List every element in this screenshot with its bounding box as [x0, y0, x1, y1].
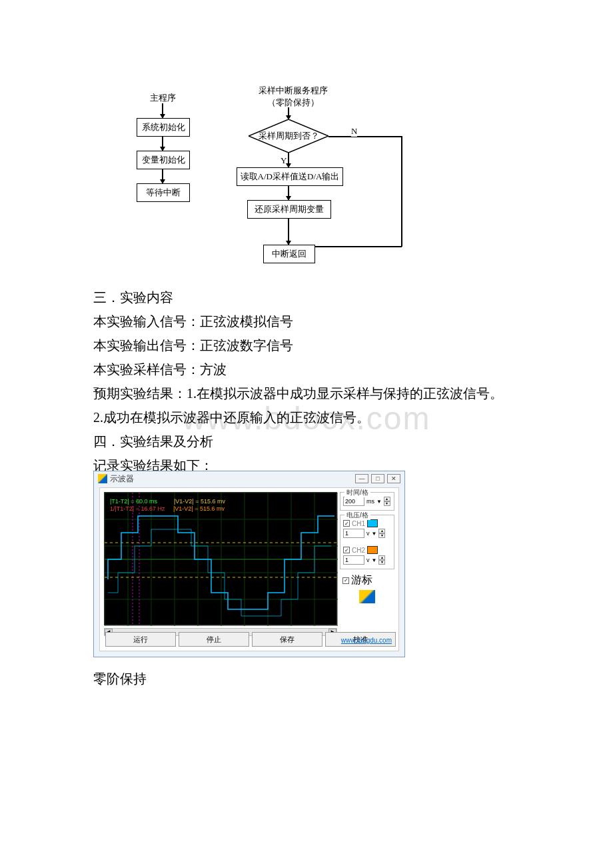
scope-side-panel: 时间/格 200 ms ▼ ▴▾ 电压/格 ✓ CH1	[340, 492, 394, 606]
time-spinner[interactable]: ▴▾	[384, 497, 390, 506]
readout-v12a: |V1-V2| = 515.6 mv	[174, 498, 225, 505]
p-expected-1: 预期实验结果：1.在模拟示波器中成功显示采样与保持的正弦波信号。	[93, 381, 520, 405]
scope-readout: |T1-T2| = 60.0 ms |V1-V2| = 515.6 mv 1/|…	[110, 498, 225, 513]
flow-var-init: 变量初始化	[137, 151, 190, 169]
ch2-color-swatch[interactable]	[367, 546, 378, 554]
maximize-button[interactable]: □	[371, 474, 384, 483]
flow-return: 中断返回	[263, 245, 315, 263]
ch1-label: CH1	[352, 520, 365, 527]
readout-t12: |T1-T2| = 60.0 ms	[110, 498, 157, 505]
flow-sys-init: 系统初始化	[137, 118, 190, 137]
scope-canvas[interactable]: |T1-T2| = 60.0 ms |V1-V2| = 515.6 mv 1/|…	[104, 492, 337, 625]
flow-no: N	[351, 126, 357, 137]
ch2-spinner[interactable]: ▴▾	[378, 555, 385, 565]
ch2-volt-select[interactable]: 1	[343, 555, 364, 565]
vendor-link[interactable]: www.tangdu.com	[341, 637, 392, 644]
ch1-color-swatch[interactable]	[367, 519, 378, 527]
minimize-button[interactable]: —	[355, 474, 368, 483]
p-expected-2: 2.成功在模拟示波器中还原输入的正弦波信号。	[93, 405, 520, 429]
ch1-volt-select[interactable]: 1	[343, 529, 364, 538]
flow-left-title: 主程序	[150, 92, 176, 104]
p-output-signal: 本实验输出信号：正弦波数字信号	[93, 333, 520, 357]
readout-f12: 1/|T1-T2| = 16.67 Hz	[110, 505, 165, 512]
run-button[interactable]: 运行	[105, 632, 176, 647]
cursor-label: 游标	[351, 573, 372, 587]
titlebar: 示波器 — □ ✕	[94, 471, 404, 486]
ch1-spinner[interactable]: ▴▾	[378, 529, 385, 538]
ch2-volt-unit: v	[366, 557, 370, 563]
flow-decision: 采样周期到否？	[249, 119, 328, 153]
readout-v12b: |V1-V2| = 515.6 mv	[173, 505, 225, 512]
section4-title: 四．实验结果及分析	[93, 429, 520, 453]
p-sample-signal: 本实验采样信号：方波	[93, 357, 520, 381]
flowchart: 主程序 系统初始化 变量初始化 等待中断 采样中断服务程序 （零阶保持） 采样周…	[130, 83, 436, 267]
cursor-checkbox[interactable]: ✓	[342, 577, 349, 584]
ch2-checkbox[interactable]: ✓	[343, 547, 350, 553]
time-div-group: 时间/格 200 ms ▼ ▴▾	[340, 492, 394, 511]
close-button[interactable]: ✕	[387, 474, 400, 483]
time-div-unit: ms	[366, 498, 374, 505]
ch1-checkbox[interactable]: ✓	[343, 520, 350, 527]
volt-div-label: 电压/格	[344, 511, 370, 520]
app-icon	[98, 474, 107, 483]
window-title: 示波器	[110, 473, 134, 485]
figure-caption-zoh: 零阶保持	[93, 667, 520, 691]
p-input-signal: 本实验输入信号：正弦波模拟信号	[93, 309, 520, 333]
oscilloscope-window: 示波器 — □ ✕	[93, 471, 405, 657]
vendor-logo-icon	[359, 590, 375, 603]
flow-wait-int: 等待中断	[137, 183, 190, 202]
flow-read-ad: 读取A/D采样值送D/A输出	[237, 167, 343, 186]
ch2-label: CH2	[352, 547, 365, 554]
time-div-label: 时间/格	[344, 488, 370, 497]
flow-restore: 还原采样周期变量	[247, 200, 331, 219]
section3-title: 三．实验内容	[93, 285, 520, 309]
flow-right-title: 采样中断服务程序 （零阶保持）	[247, 85, 340, 109]
stop-button[interactable]: 停止	[179, 632, 249, 647]
ch1-volt-unit: v	[366, 530, 370, 537]
time-div-select[interactable]: 200	[343, 497, 364, 506]
save-button[interactable]: 保存	[252, 632, 322, 647]
volt-div-group: 电压/格 ✓ CH1 1 v ▼ ▴▾ ✓ CH2	[340, 515, 394, 569]
